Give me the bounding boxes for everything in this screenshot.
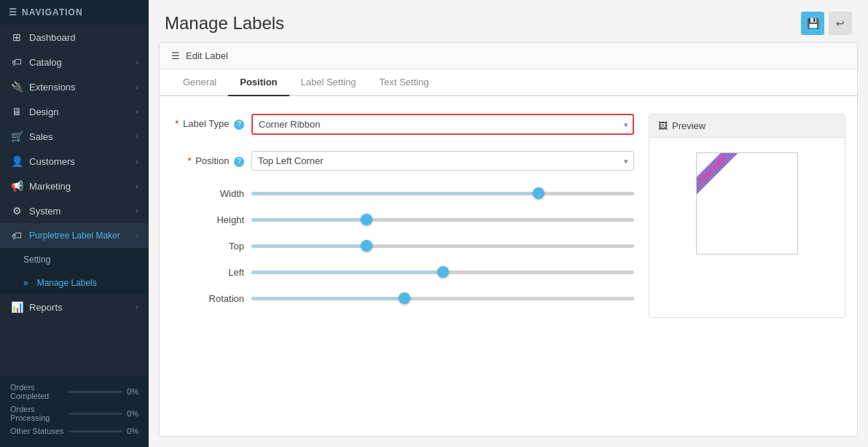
position-select-wrapper: Top Left Corner Top Right Corner Bottom … [251, 151, 634, 171]
edit-label-text: Edit Label [186, 50, 228, 61]
slider-rotation-label: Rotation [171, 293, 244, 304]
chevron-right-icon: › [136, 107, 138, 116]
slider-height[interactable] [251, 213, 634, 226]
edit-label-bar: ☰ Edit Label [160, 43, 857, 69]
preview-title: Preview [672, 120, 705, 131]
stat-value: 0% [127, 409, 138, 418]
manage-labels-label: Manage Labels [37, 278, 97, 288]
sidebar-title: NAVIGATION [22, 7, 83, 18]
sidebar-item-label: Extensions [29, 82, 76, 93]
sidebar-footer: Orders Completed 0% Orders Processing 0%… [0, 376, 149, 447]
slider-width[interactable] [251, 187, 634, 200]
slider-top-label: Top [171, 241, 244, 252]
chevron-right-icon: › [136, 182, 138, 190]
label-type-label: * Label Type ? [171, 114, 244, 130]
chevron-right-icon: › [136, 157, 138, 166]
chevron-right-icon: › [136, 303, 138, 311]
chevron-right-icon: › [136, 231, 138, 240]
sidebar-item-label: Reports [29, 302, 63, 313]
slider-width-label: Width [171, 188, 244, 199]
tab-general[interactable]: General [171, 69, 228, 96]
sidebar-item-dashboard[interactable]: ⊞ Dashboard [0, 25, 149, 50]
main-content: Manage Labels 💾 ↩ ☰ Edit Label General P… [149, 0, 868, 447]
sidebar-submenu: Setting Manage Labels [0, 248, 149, 295]
menu-icon: ☰ [9, 7, 17, 18]
slider-top-row: Top [171, 239, 634, 252]
sidebar-item-label: Purpletree Label Maker [29, 230, 120, 241]
stat-value: 0% [127, 387, 138, 396]
sidebar-item-extensions[interactable]: 🔌 Extensions › [0, 74, 149, 99]
sidebar-item-label: Catalog [29, 57, 62, 68]
stat-label: Orders Completed [10, 383, 64, 400]
stat-label: Other Statuses [10, 427, 64, 435]
content-area: ☰ Edit Label General Position Label Sett… [159, 42, 858, 437]
reports-icon: 📊 [10, 301, 23, 313]
position-select[interactable]: Top Left Corner Top Right Corner Bottom … [251, 151, 634, 171]
slider-top[interactable] [251, 239, 634, 252]
slider-width-row: Width [171, 187, 634, 200]
form-left: * Label Type ? Corner Ribbon Standard Ci… [171, 114, 634, 318]
stat-label: Orders Processing [10, 405, 64, 422]
tab-text-setting[interactable]: Text Setting [367, 69, 440, 96]
slider-height-row: Height [171, 213, 634, 226]
stat-bar [69, 430, 122, 432]
slider-rotation[interactable] [251, 292, 634, 305]
info-icon[interactable]: ? [234, 157, 244, 167]
sidebar-item-manage-labels[interactable]: Manage Labels [0, 271, 149, 295]
slider-left-label: Left [171, 267, 244, 278]
label-type-select[interactable]: Corner Ribbon Standard Circle [251, 114, 634, 135]
sales-icon: 🛒 [10, 131, 23, 142]
slider-height-label: Height [171, 214, 244, 225]
form-area: * Label Type ? Corner Ribbon Standard Ci… [160, 96, 857, 335]
preview-header: 🖼 Preview [649, 114, 845, 138]
sidebar-item-setting[interactable]: Setting [0, 248, 149, 271]
dashboard-icon: ⊞ [10, 31, 23, 43]
system-icon: ⚙ [10, 205, 23, 217]
position-row: * Position ? Top Left Corner Top Right C… [171, 151, 634, 171]
info-icon[interactable]: ? [234, 120, 244, 130]
sidebar-item-sales[interactable]: 🛒 Sales › [0, 124, 149, 149]
position-label: * Position ? [171, 151, 244, 167]
marketing-icon: 📢 [10, 180, 23, 192]
sidebar-item-label: System [29, 206, 60, 217]
chevron-right-icon: › [136, 206, 138, 215]
preview-product: 20% OFF [696, 152, 798, 254]
save-button[interactable]: 💾 [801, 12, 824, 35]
sidebar-item-label: Customers [29, 156, 75, 167]
chevron-right-icon: › [136, 58, 138, 66]
ribbon-text: 20% OFF [697, 153, 743, 200]
back-button[interactable]: ↩ [829, 12, 852, 35]
ribbon-corner: 20% OFF [697, 153, 755, 211]
slider-rotation-row: Rotation [171, 292, 634, 305]
header-buttons: 💾 ↩ [801, 12, 852, 35]
customers-icon: 👤 [10, 155, 23, 167]
preview-body: 20% OFF [649, 138, 845, 269]
chevron-right-icon: › [136, 82, 138, 91]
sidebar-item-catalog[interactable]: 🏷 Catalog › [0, 50, 149, 74]
sidebar-item-system[interactable]: ⚙ System › [0, 198, 149, 223]
stat-bar [69, 413, 122, 415]
extensions-icon: 🔌 [10, 81, 23, 93]
tab-position[interactable]: Position [228, 69, 289, 96]
sidebar-item-label: Design [29, 106, 58, 117]
slider-left[interactable] [251, 265, 634, 279]
sidebar-item-label: Marketing [29, 181, 71, 192]
tab-label-setting[interactable]: Label Setting [289, 69, 368, 96]
sidebar-header: ☰ NAVIGATION [0, 0, 149, 25]
sidebar-item-label: Sales [29, 131, 53, 142]
stat-bar [69, 391, 122, 393]
stat-other-statuses: Other Statuses 0% [10, 427, 138, 435]
setting-label: Setting [23, 254, 50, 265]
sidebar-item-marketing[interactable]: 📢 Marketing › [0, 174, 149, 198]
stat-value: 0% [127, 427, 138, 435]
sidebar-item-customers[interactable]: 👤 Customers › [0, 149, 149, 174]
sidebar: ☰ NAVIGATION ⊞ Dashboard 🏷 Catalog › 🔌 E… [0, 0, 149, 447]
sidebar-item-purpletree[interactable]: 🏷 Purpletree Label Maker › [0, 223, 149, 248]
stat-orders-processing: Orders Processing 0% [10, 405, 138, 422]
main-header: Manage Labels 💾 ↩ [149, 0, 868, 42]
sidebar-item-label: Dashboard [29, 32, 76, 43]
image-icon: 🖼 [658, 120, 668, 131]
design-icon: 🖥 [10, 106, 23, 117]
sidebar-item-reports[interactable]: 📊 Reports › [0, 295, 149, 319]
sidebar-item-design[interactable]: 🖥 Design › [0, 99, 149, 124]
